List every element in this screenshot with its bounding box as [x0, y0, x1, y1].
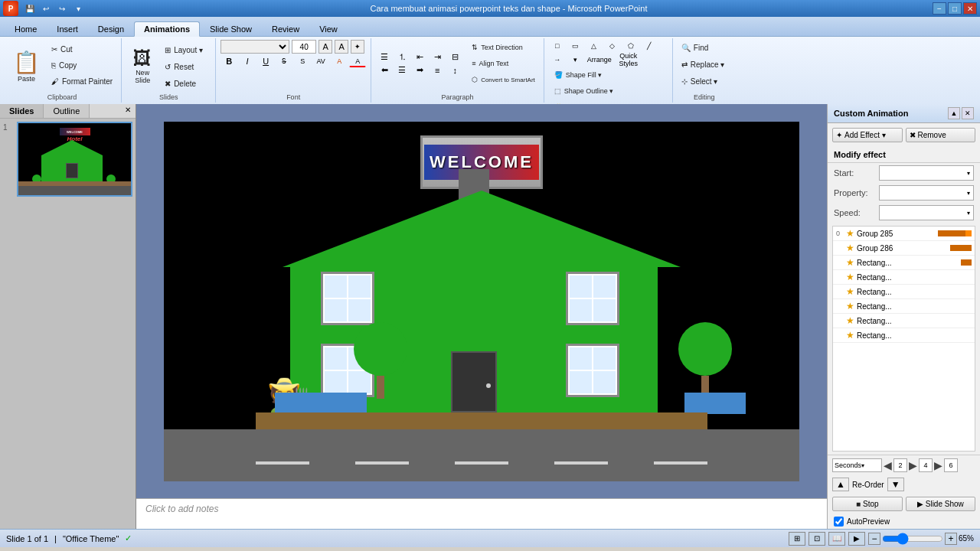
- slide-canvas[interactable]: WELCOME Hotel: [136, 104, 827, 498]
- anim-item-rect2[interactable]: ★ Rectang...: [833, 270, 975, 285]
- fontcolor-button[interactable]: A: [349, 55, 366, 67]
- add-effect-button[interactable]: ✦ Add Effect ▾: [832, 128, 903, 142]
- reorder-up-button[interactable]: ▲: [832, 478, 849, 491]
- reorder-down-button[interactable]: ▼: [887, 478, 904, 491]
- reset-button[interactable]: ↺ Reset: [161, 59, 211, 74]
- undo-button[interactable]: ↩: [39, 2, 53, 15]
- shape-pentagon-button[interactable]: ⬠: [622, 40, 639, 52]
- slide-content[interactable]: WELCOME Hotel: [164, 122, 799, 481]
- timeline-next1-button[interactable]: ▶: [909, 459, 917, 471]
- find-button[interactable]: 🔍 Find: [678, 40, 731, 55]
- align-text-button[interactable]: ≡ Align Text: [468, 56, 539, 71]
- bold-button[interactable]: B: [220, 55, 237, 67]
- tab-view[interactable]: View: [309, 21, 348, 36]
- tab-review[interactable]: Review: [262, 21, 309, 36]
- property-select[interactable]: ▾: [879, 185, 974, 201]
- time-num-2[interactable]: 2: [893, 458, 907, 472]
- text-direction-button[interactable]: ⇅ Text Direction: [468, 40, 539, 55]
- tab-insert[interactable]: Insert: [47, 21, 88, 36]
- shape-fill-button[interactable]: 🪣 Shape Fill ▾: [550, 67, 619, 83]
- paste-button[interactable]: 📋 Paste: [8, 40, 45, 92]
- decrease-font-button[interactable]: A: [335, 40, 348, 54]
- bullets-button[interactable]: ☰: [376, 51, 393, 64]
- layout-button[interactable]: ⊞ Layout ▾: [161, 42, 211, 57]
- notes-area[interactable]: Click to add notes: [136, 498, 827, 529]
- tab-animations[interactable]: Animations: [134, 21, 200, 37]
- numbering-button[interactable]: ⒈: [394, 51, 410, 64]
- shape-outline-button[interactable]: ⬚ Shape Outline ▾: [550, 83, 619, 99]
- copy-button[interactable]: ⎘ Copy: [47, 57, 116, 73]
- timeline-next2-button[interactable]: ▶: [934, 459, 942, 471]
- seconds-select[interactable]: Seconds ▾: [832, 458, 882, 472]
- format-painter-button[interactable]: 🖌 Format Painter: [47, 73, 116, 89]
- reading-view-button[interactable]: 📖: [828, 532, 845, 546]
- replace-button[interactable]: ⇄ Replace ▾: [678, 57, 731, 72]
- panel-tab-outline[interactable]: Outline: [44, 104, 90, 118]
- arrange-button[interactable]: Arrange: [586, 54, 613, 66]
- shape-more-button[interactable]: ▾: [567, 54, 584, 66]
- linespacing-button[interactable]: ↕: [446, 64, 463, 77]
- slide-show-button[interactable]: ▶ Slide Show: [906, 497, 976, 511]
- shape-round-button[interactable]: ▭: [567, 40, 584, 52]
- tab-slideshow[interactable]: Slide Show: [200, 21, 262, 36]
- clear-format-button[interactable]: ✦: [351, 40, 364, 54]
- charspacing-button[interactable]: AV: [312, 55, 329, 67]
- align-right-button[interactable]: ➡: [411, 64, 428, 77]
- redo-button[interactable]: ↪: [55, 2, 69, 15]
- remove-button[interactable]: ✖ Remove: [906, 128, 976, 142]
- justify-button[interactable]: ≡: [429, 64, 446, 77]
- delete-button[interactable]: ✖ Delete: [161, 76, 211, 91]
- anim-item-rect3[interactable]: ★ Rectang...: [833, 285, 975, 299]
- zoom-out-button[interactable]: −: [868, 533, 880, 545]
- decrease-indent-button[interactable]: ⇤: [411, 51, 428, 64]
- more-button[interactable]: ▾: [71, 2, 85, 15]
- save-button[interactable]: 💾: [23, 2, 37, 15]
- underline-button[interactable]: U: [257, 55, 274, 67]
- select-button[interactable]: ⊹ Select ▾: [678, 73, 731, 89]
- maximize-button[interactable]: □: [948, 2, 962, 15]
- anim-item-group286[interactable]: ★ Group 286: [833, 241, 975, 256]
- anim-item-rect1[interactable]: ★ Rectang...: [833, 256, 975, 270]
- zoom-in-button[interactable]: +: [945, 533, 957, 545]
- strikethrough-button[interactable]: S̶: [276, 55, 292, 67]
- columns-button[interactable]: ⊟: [446, 51, 463, 64]
- new-slide-button[interactable]: 🖼 NewSlide: [126, 40, 158, 92]
- shape-line-button[interactable]: ╱: [641, 40, 658, 52]
- timeline-prev-button[interactable]: ◀: [884, 459, 892, 471]
- animation-list[interactable]: 0 ★ Group 285 ★ Group 286 ★: [832, 226, 975, 452]
- panel-tab-slides[interactable]: Slides: [0, 104, 44, 118]
- zoom-slider[interactable]: [882, 534, 943, 543]
- anim-item-group285[interactable]: 0 ★ Group 285: [833, 227, 975, 241]
- slide-sorter-button[interactable]: ⊡: [808, 532, 825, 546]
- anim-item-rect4[interactable]: ★ Rectang...: [833, 299, 975, 314]
- increase-indent-button[interactable]: ⇥: [429, 51, 446, 64]
- time-num-6[interactable]: 6: [944, 458, 958, 472]
- speed-select[interactable]: ▾: [879, 205, 974, 220]
- cut-button[interactable]: ✂ Cut: [47, 41, 116, 57]
- minimize-button[interactable]: −: [933, 2, 946, 15]
- align-center-button[interactable]: ☰: [394, 64, 410, 77]
- shape-diamond-button[interactable]: ◇: [604, 40, 621, 52]
- align-left-button[interactable]: ⬅: [376, 64, 393, 77]
- tab-home[interactable]: Home: [5, 21, 47, 36]
- anim-item-rect6[interactable]: ★ Rectang...: [833, 328, 975, 343]
- close-button[interactable]: ✕: [963, 2, 977, 15]
- shape-arrow-button[interactable]: →: [549, 54, 566, 66]
- tab-design[interactable]: Design: [88, 21, 134, 36]
- time-num-4[interactable]: 4: [919, 458, 933, 472]
- font-size-input[interactable]: [292, 40, 316, 54]
- panel-expand-button[interactable]: ▲: [948, 107, 960, 119]
- stop-button[interactable]: ■ Stop: [832, 497, 903, 511]
- font-family-select[interactable]: [220, 40, 289, 54]
- increase-font-button[interactable]: A: [318, 40, 332, 54]
- slide-thumbnail[interactable]: WELCOME Hotel: [17, 122, 132, 197]
- anim-item-rect5[interactable]: ★ Rectang...: [833, 314, 975, 328]
- wordart-button[interactable]: A: [331, 55, 348, 67]
- slide-item-1[interactable]: 1 WELCOME Hotel: [17, 122, 132, 197]
- autopreview-checkbox[interactable]: [834, 517, 844, 527]
- shadow-button[interactable]: S: [294, 55, 311, 67]
- slideshow-view-button[interactable]: ▶: [848, 532, 865, 546]
- shape-tri-button[interactable]: △: [586, 40, 603, 52]
- quick-styles-button[interactable]: Quick Styles: [615, 54, 642, 66]
- shape-rect-button[interactable]: □: [549, 40, 566, 52]
